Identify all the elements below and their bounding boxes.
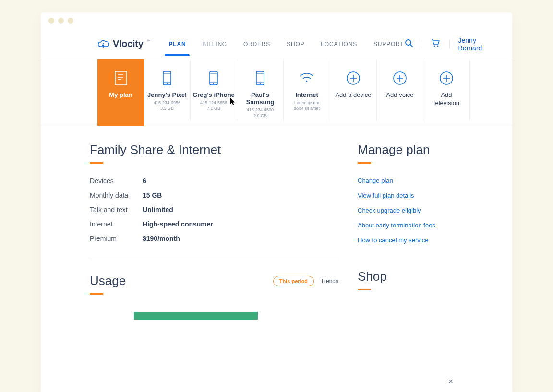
brand-name: Vlocity xyxy=(113,38,143,49)
svg-point-3 xyxy=(437,45,439,47)
svg-point-19 xyxy=(260,83,261,84)
nav-items: PLAN BILLING ORDERS SHOP LOCATIONS SUPPO… xyxy=(168,37,405,51)
tile-phone-number: 415-124-5856 xyxy=(191,100,237,105)
tile-add-television[interactable]: Add television xyxy=(423,59,470,121)
cart-icon[interactable] xyxy=(431,39,441,49)
tile-sub-2: dolor sit amet xyxy=(284,106,330,111)
svg-rect-4 xyxy=(115,71,127,85)
plan-row-premium: Premium $190/month xyxy=(90,235,338,242)
plan-tiles: My plan Jenny's Pixel 415-234-0956 3.3 G… xyxy=(41,59,512,126)
section-rule xyxy=(358,162,371,164)
svg-point-2 xyxy=(434,45,435,47)
phone-icon xyxy=(191,70,237,86)
plus-circle-icon xyxy=(423,70,469,86)
side-column: Manage plan Change plan View full plan d… xyxy=(358,143,456,320)
row-key: Premium xyxy=(90,235,143,242)
section-rule xyxy=(358,289,371,290)
top-nav: Vlocity™ PLAN BILLING ORDERS SHOP LOCATI… xyxy=(41,29,512,59)
nav-support[interactable]: SUPPORT xyxy=(373,37,405,51)
plus-circle-icon xyxy=(377,70,423,86)
tile-label: Add a device xyxy=(330,91,376,99)
row-value: Unlimited xyxy=(143,206,173,214)
nav-plan[interactable]: PLAN xyxy=(168,37,187,51)
tile-data-used: 2.9 GB xyxy=(237,113,283,118)
nav-locations[interactable]: LOCATIONS xyxy=(320,37,358,51)
phone-icon xyxy=(144,70,190,86)
traffic-light-minimize[interactable] xyxy=(58,18,64,24)
tile-label: Add television xyxy=(423,91,469,107)
svg-point-11 xyxy=(167,83,168,84)
svg-point-0 xyxy=(406,40,411,45)
section-divider xyxy=(90,260,338,260)
brand-logo[interactable]: Vlocity™ xyxy=(97,38,150,49)
nav-orders[interactable]: ORDERS xyxy=(242,37,271,51)
document-icon xyxy=(97,70,144,86)
link-change-plan[interactable]: Change plan xyxy=(358,177,456,184)
nav-divider xyxy=(422,40,422,48)
manage-title: Manage plan xyxy=(358,143,456,157)
row-value: High-speed consumer xyxy=(143,220,213,228)
svg-line-1 xyxy=(410,45,412,47)
manage-links: Change plan View full plan details Check… xyxy=(358,177,456,244)
shop-title: Shop xyxy=(358,269,456,284)
row-key: Talk and text xyxy=(90,206,143,214)
tile-device-greg[interactable]: Greg's iPhone 415-124-5856 7.1 GB xyxy=(191,59,237,121)
traffic-light-close[interactable] xyxy=(48,18,54,24)
tile-device-paul[interactable]: Paul's Samsung 415-234-4500 2.9 GB xyxy=(237,59,284,121)
tile-label: Greg's iPhone xyxy=(191,91,237,98)
nav-shop[interactable]: SHOP xyxy=(286,37,305,51)
tile-add-device[interactable]: Add a device xyxy=(330,59,377,121)
tile-label: Add voice xyxy=(377,91,423,99)
main-column: Family Share & Internet Devices 6 Monthl… xyxy=(90,143,358,320)
nav-divider-2 xyxy=(449,40,450,48)
svg-point-15 xyxy=(213,83,214,84)
tile-data-used: 3.3 GB xyxy=(144,106,190,111)
link-termination-fees[interactable]: About early termination fees xyxy=(358,222,456,229)
plan-title: Family Share & Internet xyxy=(90,143,338,157)
row-key: Internet xyxy=(90,220,143,228)
link-full-details[interactable]: View full plan details xyxy=(358,192,456,199)
tile-phone-number: 415-234-4500 xyxy=(237,107,283,112)
link-cancel-service[interactable]: How to cancel my service xyxy=(358,237,456,244)
row-value: 6 xyxy=(143,177,146,185)
wifi-icon xyxy=(284,70,330,86)
row-key: Devices xyxy=(90,177,143,185)
tile-data-used: 7.1 GB xyxy=(191,106,237,111)
nav-billing[interactable]: BILLING xyxy=(201,37,228,51)
link-upgrade-eligible[interactable]: Check upgrade eligibly xyxy=(358,207,456,214)
user-name[interactable]: Jenny Bernard xyxy=(458,36,483,52)
tile-phone-number: 415-234-0956 xyxy=(144,100,190,105)
usage-bar-row xyxy=(90,312,338,320)
search-icon[interactable] xyxy=(405,39,413,49)
tile-device-jenny[interactable]: Jenny's Pixel 415-234-0956 3.3 GB xyxy=(144,59,191,121)
plan-row-talk: Talk and text Unlimited xyxy=(90,206,338,214)
usage-header: Usage This period Trends xyxy=(90,273,338,288)
phone-icon xyxy=(237,70,283,86)
tile-add-voice[interactable]: Add voice xyxy=(377,59,423,121)
tile-internet[interactable]: Internet Lorem ipsum dolor sit amet xyxy=(284,59,330,121)
tile-label: Internet xyxy=(284,91,330,98)
nav-right: Jenny Bernard xyxy=(405,36,482,52)
tile-label: My plan xyxy=(97,91,144,98)
usage-tab-trends[interactable]: Trends xyxy=(321,278,338,285)
tile-sub-1: Lorem ipsum xyxy=(284,100,330,105)
traffic-light-zoom[interactable] xyxy=(68,18,73,24)
plan-row-devices: Devices 6 xyxy=(90,177,338,185)
section-rule xyxy=(90,293,103,295)
window-titlebar xyxy=(41,12,512,29)
usage-tab-this-period[interactable]: This period xyxy=(273,276,314,286)
main-content: Family Share & Internet Devices 6 Monthl… xyxy=(41,126,512,320)
row-value: $190/month xyxy=(143,235,180,242)
trademark: ™ xyxy=(146,39,150,43)
row-key: Monthly data xyxy=(90,191,143,199)
tile-my-plan[interactable]: My plan xyxy=(97,59,144,126)
plan-row-data: Monthly data 15 GB xyxy=(90,191,338,199)
usage-title: Usage xyxy=(90,273,126,288)
cloud-icon xyxy=(97,39,110,49)
app-window: Vlocity™ PLAN BILLING ORDERS SHOP LOCATI… xyxy=(41,12,512,392)
svg-point-20 xyxy=(306,80,307,82)
usage-bar-fill xyxy=(134,312,258,320)
close-icon[interactable]: ✕ xyxy=(448,378,454,385)
tile-label: Jenny's Pixel xyxy=(144,91,190,98)
plan-row-internet: Internet High-speed consumer xyxy=(90,220,338,228)
